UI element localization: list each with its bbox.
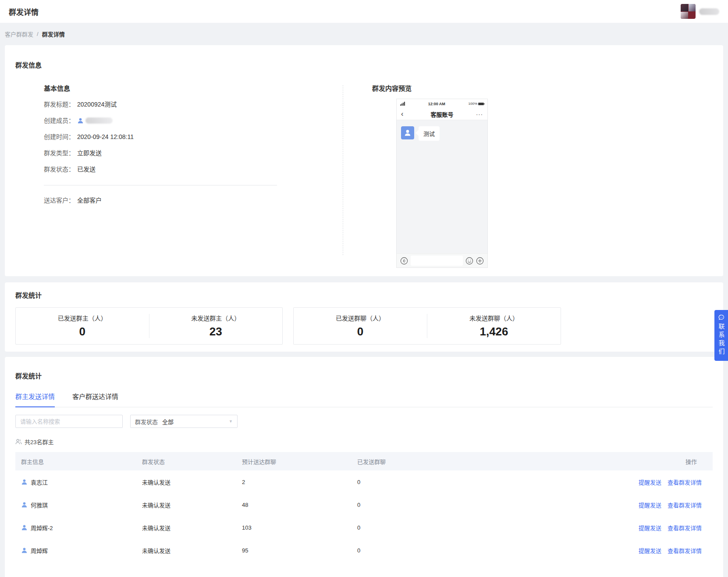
plus-icon [476, 257, 484, 265]
search-input[interactable] [15, 415, 123, 428]
person-icon [21, 502, 28, 508]
field-title: 群发标题： 20200924测试 [44, 100, 343, 109]
send-status: 未确认发送 [142, 546, 242, 555]
send-status: 未确认发送 [142, 524, 242, 532]
contact-us-button[interactable]: 联系我们 [714, 310, 728, 361]
owner-count: 共23名群主 [15, 438, 713, 446]
view-detail-link[interactable]: 查看群发详情 [668, 501, 702, 509]
breadcrumb-separator: / [37, 31, 39, 37]
field-creator: 创建成员： [44, 116, 343, 125]
top-bar: 群发详情 [0, 0, 728, 23]
more-icon: ··· [465, 111, 483, 118]
page-title: 群发详情 [9, 6, 39, 17]
battery-icon [478, 103, 484, 105]
view-detail-link[interactable]: 查看群发详情 [668, 546, 702, 555]
send-detail-card: 群发统计 群主发送详情 客户群送达详情 群发状态 全部 ▼ 共23名群主 群主信… [5, 357, 723, 577]
user-name-redacted [699, 8, 719, 15]
status-filter-value: 全部 [162, 417, 174, 426]
sender-avatar-icon [401, 126, 414, 139]
stat-sent-owners: 已发送群主（人） 0 [16, 308, 149, 344]
phone-input-bar [397, 253, 487, 267]
table-row: 何雅琪 未确认发送 48 0 提醒发送 查看群发详情 [15, 493, 713, 516]
table-row: 袁志江 未确认发送 2 0 提醒发送 查看群发详情 [15, 470, 713, 493]
table-row: 周焯辉-2 未确认发送 103 0 提醒发送 查看群发详情 [15, 516, 713, 539]
tab-owner-send-detail[interactable]: 群主发送详情 [15, 392, 55, 407]
view-detail-link[interactable]: 查看群发详情 [668, 524, 702, 532]
phone-contact-name: 客服账号 [419, 110, 465, 118]
phone-chat-area: 测试 [397, 120, 487, 253]
stat-sent-chats: 已发送群聊（人） 0 [294, 308, 427, 344]
mass-message-info-card: 群发信息 基本信息 群发标题： 20200924测试 创建成员： 创建时间： 2… [5, 45, 723, 276]
phone-nav-bar: ‹ 客服账号 ··· [397, 108, 487, 120]
send-status: 未确认发送 [142, 478, 242, 486]
status-filter-label: 群发状态 [135, 417, 158, 426]
stat-unsent-owners: 未发送群主（人） 23 [149, 308, 283, 344]
chat-bubble-icon [718, 314, 725, 321]
battery-percent: 100% [469, 102, 477, 106]
remind-send-link[interactable]: 提醒发送 [639, 501, 661, 509]
expected-chats: 95 [242, 547, 357, 554]
preview-title: 群发内容预览 [372, 83, 488, 93]
chat-stats-box: 已发送群聊（人） 0 未发送群聊（人） 1,426 [293, 307, 561, 345]
field-create-time: 创建时间： 2020-09-24 12:08:11 [44, 132, 343, 141]
tab-customer-group-detail[interactable]: 客户群送达详情 [72, 392, 118, 407]
user-area [681, 4, 719, 19]
breadcrumb: 客户群群发 / 群发详情 [0, 23, 728, 45]
remind-send-link[interactable]: 提醒发送 [639, 546, 661, 555]
content-preview-section: 群发内容预览 12:00 AM 100% ‹ 客服账号 ··· [343, 83, 488, 268]
owners-table: 群主信息 群发状态 预计送达群聊 已发送群聊 操作 袁志江 未确认发送 2 0 … [15, 452, 713, 562]
voice-icon [400, 257, 408, 265]
basic-info-title: 基本信息 [44, 83, 343, 93]
section-divider [44, 185, 277, 185]
people-icon [15, 438, 22, 445]
user-avatar[interactable] [681, 4, 696, 19]
detail-tabs: 群主发送详情 客户群送达详情 [15, 392, 713, 407]
phone-time: 12:00 AM [405, 102, 469, 106]
field-send-type: 群发类型： 立即发送 [44, 149, 343, 157]
field-delivery-customers: 送达客户： 全部客户 [44, 196, 343, 205]
person-icon [21, 547, 28, 554]
field-send-status: 群发状态： 已发送 [44, 165, 343, 174]
message-bubble: 测试 [419, 126, 440, 141]
sent-chats: 0 [357, 547, 581, 554]
stat-unsent-chats: 未发送群聊（人） 1,426 [427, 308, 561, 344]
contact-us-label: 联系我们 [718, 323, 724, 356]
filter-row: 群发状态 全部 ▼ [15, 415, 713, 428]
owner-stats-box: 已发送群主（人） 0 未发送群主（人） 23 [15, 307, 283, 345]
sent-chats: 0 [357, 524, 581, 531]
info-card-title: 群发信息 [15, 60, 713, 69]
remind-send-link[interactable]: 提醒发送 [639, 478, 661, 486]
breadcrumb-parent-link[interactable]: 客户群群发 [5, 30, 33, 38]
table-row: 周焯辉 未确认发送 95 0 提醒发送 查看群发详情 [15, 539, 713, 562]
breadcrumb-current: 群发详情 [42, 30, 65, 38]
expected-chats: 2 [242, 479, 357, 485]
phone-text-field [411, 256, 463, 266]
expected-chats: 48 [242, 502, 357, 508]
signal-icon [400, 102, 405, 106]
owner-name: 何雅琪 [31, 501, 48, 509]
stats-card-title: 群发统计 [15, 290, 713, 299]
owner-name: 周焯辉-2 [31, 524, 53, 532]
chevron-down-icon: ▼ [229, 419, 233, 424]
detail-card-title: 群发统计 [15, 371, 713, 380]
view-detail-link[interactable]: 查看群发详情 [668, 478, 702, 486]
table-header: 群主信息 群发状态 预计送达群聊 已发送群聊 操作 [15, 452, 713, 470]
remind-send-link[interactable]: 提醒发送 [639, 524, 661, 532]
chat-message: 测试 [401, 126, 483, 141]
owner-name: 周焯辉 [31, 546, 48, 555]
sent-chats: 0 [357, 502, 581, 508]
owner-name: 袁志江 [31, 478, 48, 486]
creator-name-redacted [85, 118, 113, 124]
owner-count-text: 共23名群主 [25, 438, 53, 446]
phone-preview: 12:00 AM 100% ‹ 客服账号 ··· [396, 99, 488, 268]
back-icon: ‹ [401, 110, 419, 118]
battery-indicator: 100% [469, 102, 484, 106]
expected-chats: 103 [242, 524, 357, 531]
emoji-icon [465, 257, 473, 265]
basic-info-section: 基本信息 群发标题： 20200924测试 创建成员： 创建时间： 2020-0… [15, 83, 343, 268]
mass-stats-card: 群发统计 已发送群主（人） 0 未发送群主（人） 23 已发送群聊（人） 0 未… [5, 282, 723, 352]
status-filter-select[interactable]: 群发状态 全部 ▼ [130, 415, 238, 428]
person-icon [21, 479, 28, 485]
send-status: 未确认发送 [142, 501, 242, 509]
person-icon [21, 524, 28, 531]
